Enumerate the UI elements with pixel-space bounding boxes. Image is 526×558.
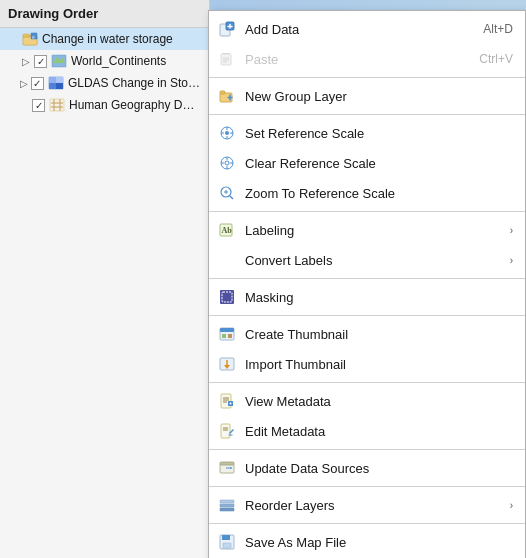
edit-metadata-label: Edit Metadata (245, 424, 513, 439)
layer-label: Change in water storage (42, 32, 173, 46)
layer-item-human-geo[interactable]: Human Geography Detail (0, 94, 209, 116)
clear-ref-scale-icon (217, 153, 237, 173)
svg-rect-67 (221, 424, 230, 438)
reorder-layers-icon (217, 495, 237, 515)
svg-rect-2 (23, 34, 29, 37)
svg-point-44 (225, 161, 229, 165)
zoom-ref-scale-icon (217, 183, 237, 203)
menu-item-paste: Paste Ctrl+V (209, 44, 525, 74)
menu-item-set-ref-scale[interactable]: Set Reference Scale (209, 118, 525, 148)
svg-rect-12 (50, 99, 64, 111)
checkbox-world[interactable] (34, 55, 47, 68)
svg-rect-54 (220, 328, 234, 332)
layer-item-world-continents[interactable]: ▷ World_Continents (0, 50, 209, 72)
svg-rect-10 (49, 83, 56, 89)
separator-9 (209, 523, 525, 524)
layer-item-change-water[interactable]: ≡ Change in water storage (0, 28, 209, 50)
svg-rect-55 (222, 334, 226, 338)
svg-point-38 (225, 131, 229, 135)
separator-8 (209, 486, 525, 487)
convert-labels-icon (217, 250, 237, 270)
menu-item-save-map-file[interactable]: Save As Map File (209, 527, 525, 557)
update-ds-label: Update Data Sources (245, 461, 513, 476)
separator-1 (209, 77, 525, 78)
reorder-layers-arrow: › (510, 500, 513, 511)
app-container: Drawing Order ≡ Change in water storage … (0, 0, 526, 558)
menu-item-labeling[interactable]: Ab Labeling › (209, 215, 525, 245)
svg-rect-9 (56, 83, 63, 89)
menu-item-create-thumbnail[interactable]: Create Thumbnail (209, 319, 525, 349)
set-ref-scale-icon (217, 123, 237, 143)
layer-raster-icon (48, 75, 64, 91)
zoom-ref-scale-label: Zoom To Reference Scale (245, 186, 513, 201)
expand-arrow[interactable] (8, 33, 20, 45)
menu-item-clear-ref-scale[interactable]: Clear Reference Scale (209, 148, 525, 178)
clear-ref-scale-label: Clear Reference Scale (245, 156, 513, 171)
view-metadata-icon (217, 391, 237, 411)
menu-item-add-data[interactable]: Add Data Alt+D (209, 14, 525, 44)
layer-folder-icon: ≡ (22, 31, 38, 47)
add-data-icon (217, 19, 237, 39)
layer-vector-icon (49, 97, 65, 113)
add-data-label: Add Data (245, 22, 463, 37)
import-thumbnail-label: Import Thumbnail (245, 357, 513, 372)
convert-labels-label: Convert Labels (245, 253, 510, 268)
layer-label-human-geo: Human Geography Detail (69, 98, 201, 112)
menu-item-view-metadata[interactable]: View Metadata (209, 386, 525, 416)
context-menu: Add Data Alt+D Paste Ctrl+V (208, 10, 526, 558)
view-metadata-label: View Metadata (245, 394, 513, 409)
new-group-icon (217, 86, 237, 106)
svg-line-46 (230, 196, 233, 199)
set-ref-scale-label: Set Reference Scale (245, 126, 513, 141)
svg-rect-74 (220, 500, 234, 503)
separator-4 (209, 278, 525, 279)
update-ds-icon (217, 458, 237, 478)
masking-label: Masking (245, 290, 513, 305)
labeling-label: Labeling (245, 223, 510, 238)
paste-shortcut: Ctrl+V (479, 52, 513, 66)
svg-rect-73 (220, 462, 234, 465)
svg-rect-30 (220, 91, 225, 94)
drawing-order-panel: Drawing Order ≡ Change in water storage … (0, 0, 210, 558)
svg-text:Ab: Ab (222, 226, 233, 235)
svg-rect-76 (220, 508, 234, 511)
reorder-layers-label: Reorder Layers (245, 498, 510, 513)
svg-rect-78 (222, 535, 230, 540)
menu-item-reorder-layers[interactable]: Reorder Layers › (209, 490, 525, 520)
menu-item-update-data-sources[interactable]: Update Data Sources (209, 453, 525, 483)
create-thumbnail-label: Create Thumbnail (245, 327, 513, 342)
masking-icon (217, 287, 237, 307)
edit-metadata-icon (217, 421, 237, 441)
checkbox-human-geo[interactable] (32, 99, 45, 112)
menu-item-convert-labels[interactable]: Convert Labels › (209, 245, 525, 275)
layer-label-world: World_Continents (71, 54, 166, 68)
labeling-icon: Ab (217, 220, 237, 240)
separator-7 (209, 449, 525, 450)
save-map-label: Save As Map File (245, 535, 513, 550)
menu-item-import-thumbnail[interactable]: Import Thumbnail (209, 349, 525, 379)
separator-2 (209, 114, 525, 115)
svg-text:≡: ≡ (32, 34, 35, 40)
paste-icon (217, 49, 237, 69)
expand-arrow-gldas[interactable]: ▷ (20, 77, 29, 89)
layer-item-gldas[interactable]: ▷ GLDAS Change in Storage 200… (0, 72, 209, 94)
svg-rect-56 (228, 334, 232, 338)
checkbox-gldas[interactable] (31, 77, 44, 90)
expand-arrow-world[interactable]: ▷ (20, 55, 32, 67)
labeling-arrow: › (510, 225, 513, 236)
menu-item-zoom-ref-scale[interactable]: Zoom To Reference Scale (209, 178, 525, 208)
menu-item-edit-metadata[interactable]: Edit Metadata (209, 416, 525, 446)
convert-labels-arrow: › (510, 255, 513, 266)
menu-item-new-group[interactable]: New Group Layer (209, 81, 525, 111)
separator-5 (209, 315, 525, 316)
separator-6 (209, 382, 525, 383)
add-data-shortcut: Alt+D (483, 22, 513, 36)
menu-item-masking[interactable]: Masking (209, 282, 525, 312)
svg-rect-79 (223, 543, 231, 548)
layer-map-icon (51, 53, 67, 69)
svg-rect-75 (220, 504, 234, 507)
save-map-icon (217, 532, 237, 552)
svg-rect-11 (56, 77, 63, 83)
layer-label-gldas: GLDAS Change in Storage 200… (68, 76, 201, 90)
paste-label: Paste (245, 52, 459, 67)
